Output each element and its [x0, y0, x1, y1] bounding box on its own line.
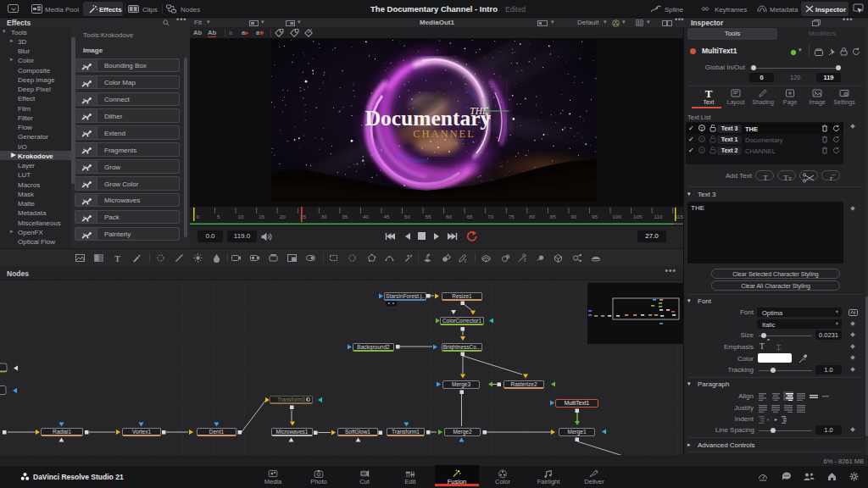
- svg-text:T: T: [523, 257, 526, 263]
- svg-text:20: 20: [280, 214, 286, 219]
- svg-text:65: 65: [467, 214, 473, 219]
- svg-text:CHANNEL: CHANNEL: [413, 128, 476, 140]
- svg-text:T: T: [114, 253, 120, 263]
- svg-text:100: 100: [613, 214, 622, 219]
- svg-text:95: 95: [592, 214, 598, 219]
- svg-text:30: 30: [321, 214, 327, 219]
- svg-text:0: 0: [197, 214, 200, 219]
- svg-text:105: 105: [633, 214, 643, 219]
- svg-text:40: 40: [363, 214, 369, 219]
- svg-text:55: 55: [426, 214, 431, 219]
- svg-text:15: 15: [259, 214, 264, 219]
- svg-text:90: 90: [570, 214, 576, 219]
- svg-text:50: 50: [404, 214, 410, 219]
- svg-text:45: 45: [383, 214, 389, 219]
- svg-text:T: T: [464, 258, 467, 263]
- svg-text:𝜏 ̅: 𝜏 ̅: [830, 175, 837, 182]
- svg-text:60: 60: [446, 214, 452, 219]
- svg-text:10: 10: [238, 214, 244, 219]
- svg-text:T: T: [788, 176, 792, 181]
- svg-text:T: T: [763, 174, 768, 182]
- svg-text:5: 5: [217, 214, 220, 219]
- svg-text:75: 75: [509, 214, 515, 219]
- svg-text:70: 70: [487, 214, 493, 219]
- svg-text:Documentary: Documentary: [365, 106, 492, 130]
- svg-text:T: T: [705, 88, 713, 99]
- svg-text:35: 35: [342, 214, 348, 219]
- svg-text:110: 110: [654, 214, 663, 219]
- svg-text:80: 80: [529, 214, 535, 219]
- svg-text:115: 115: [675, 214, 683, 219]
- svg-text:85: 85: [550, 214, 556, 219]
